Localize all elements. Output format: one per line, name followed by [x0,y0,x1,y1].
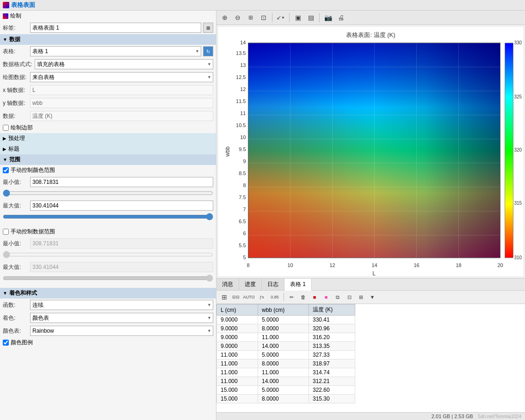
draw-label: 绘制 [10,12,21,20]
min-value-input[interactable] [30,177,213,187]
draw-icon [3,13,8,19]
svg-text:14: 14 [240,40,246,45]
table-row[interactable]: 9.00005.0000330.41 [217,316,355,324]
tab-btn-dropdown[interactable]: ▼ [367,292,377,302]
table-select[interactable]: 表格 1 [30,46,201,56]
manual-color-range-checkbox[interactable] [3,167,9,173]
svg-text:11.5: 11.5 [236,98,246,104]
zoom-out-btn[interactable]: ⊖ [232,12,243,23]
colormap-select[interactable]: Rainbow [30,326,213,336]
svg-text:12: 12 [240,86,246,92]
tab-btn-pen[interactable]: ✏ [286,292,296,302]
x-axis-label: x 轴数据: [3,86,28,94]
svg-text:325: 325 [514,94,522,99]
table-row[interactable]: 11.00014.000312.21 [217,377,355,386]
zoom-in-btn[interactable]: ⊕ [219,12,230,23]
section-range[interactable]: ▼ 范围 [0,154,216,165]
table-row[interactable]: 11.0008.0000318.97 [217,359,355,368]
table-cell: 8.0000 [258,324,309,333]
section-style[interactable]: ▼ 着色和样式 [0,288,216,298]
manual-color-range-label[interactable]: 手动控制颜色范围 [11,166,55,174]
svg-text:13: 13 [240,62,246,68]
label-field-input[interactable] [30,23,201,33]
plot-data-select[interactable]: 来自表格 [30,72,213,82]
tab-btn-table[interactable]: ⊞ [356,292,366,302]
draw-edge-checkbox[interactable] [3,125,9,131]
table-row[interactable]: 15.0008.0000315.30 [217,395,355,403]
zoom-rect-btn[interactable]: ⊞ [245,12,256,23]
table-cell: 14.000 [258,377,309,386]
coloring-select[interactable]: 颜色表 [30,313,213,323]
table-row[interactable]: 9.000011.000316.20 [217,333,355,342]
tab-btn-delete[interactable]: 🗑 [298,292,308,302]
left-panel: 绘制 标签: ⊞ ▼ 数据 表格: 表格 1 ↻ 数据格式 [0,11,216,420]
site-info: 5dn.net/Temmia1024 [478,414,521,419]
table-cell: 9.0000 [217,324,258,333]
max-slider[interactable] [3,213,213,220]
svg-text:315: 315 [514,201,522,206]
manual-data-range-label[interactable]: 手动控制数据范围 [11,228,55,236]
tab-btn-pink[interactable]: ■ [321,292,331,302]
view2-btn[interactable]: ▤ [305,12,316,23]
table-row[interactable]: 15.0005.0000322.60 [217,386,355,395]
table-cell: 313.35 [309,342,355,351]
print-btn[interactable]: 🖨 [335,12,346,23]
tab-btn-edit1[interactable]: ⊟⊟ [231,292,241,302]
svg-text:9.5: 9.5 [239,146,246,152]
tab-btn-paste[interactable]: ⊡ [344,292,354,302]
draw-edge-label[interactable]: 绘制边部 [11,124,33,132]
svg-text:7.5: 7.5 [239,195,246,200]
table-cell: 8.0000 [258,395,309,403]
svg-rect-48 [505,43,513,258]
svg-text:6.5: 6.5 [239,219,246,224]
svg-text:13.5: 13.5 [236,50,246,56]
section-title[interactable]: ▶ 标题 [0,144,216,154]
manual-data-range-checkbox[interactable] [3,229,9,235]
svg-rect-5 [248,43,500,258]
table-cell: 316.20 [309,333,355,342]
svg-text:8: 8 [247,262,249,268]
data-max-label: 最大值: [3,263,28,271]
svg-text:8.5: 8.5 [239,170,246,176]
svg-text:L: L [372,270,376,276]
section-data[interactable]: ▼ 数据 [0,34,216,45]
color-legend-checkbox[interactable] [3,340,9,346]
tab-btn-auto[interactable]: AUTO [242,292,255,302]
table-row[interactable]: 11.0005.0000327.33 [217,351,355,359]
memory-status: 2.01 GB | 2.53 GB [432,414,473,419]
tab-btn-red[interactable]: ■ [309,292,320,302]
svg-text:18: 18 [456,262,461,268]
tab-btn-func[interactable]: ƒx [257,292,267,302]
table-edit-btn[interactable]: ↻ [203,46,213,56]
tab-btn-copy[interactable]: ⧉ [333,292,343,302]
table-row[interactable]: 11.00011.000314.74 [217,368,355,377]
min-slider[interactable] [3,189,213,197]
function-select[interactable]: 连续 [30,300,213,310]
max-value-label: 最大值: [3,202,28,210]
color-legend-label[interactable]: 颜色图例 [11,339,33,347]
camera-btn[interactable]: 📷 [322,12,334,23]
app-title: 表格表面 [11,1,35,9]
section-preprocessing[interactable]: ▶ 预处理 [0,133,216,144]
tab-btn-grid[interactable]: ⊞ [219,292,229,302]
tab-table1[interactable]: 表格 1 [284,279,312,291]
label-icon-btn[interactable]: ⊞ [203,23,213,33]
view1-btn[interactable]: ▣ [292,12,303,23]
svg-text:6: 6 [243,231,246,236]
table-row[interactable]: 9.00008.0000320.96 [217,324,355,333]
section-data-label: 数据 [9,36,20,43]
tab-btn-num[interactable]: 0.85 [268,292,281,302]
data-format-select[interactable]: 填充的表格 [35,59,213,69]
svg-text:10.5: 10.5 [236,122,246,128]
tab-progress[interactable]: 进度 [239,279,262,290]
max-value-input[interactable] [30,201,213,211]
tab-log[interactable]: 日志 [262,279,284,290]
table-cell: 318.97 [309,359,355,368]
tab-messages[interactable]: 消息 [216,279,239,290]
data-min-slider [3,251,213,258]
tab-sep1 [284,293,284,301]
data-min-label: 最小值: [3,240,28,248]
fit-btn[interactable]: ⊡ [258,12,269,23]
arrow-btn[interactable]: ↙ ▼ [275,12,286,23]
table-row[interactable]: 9.000014.000313.35 [217,342,355,351]
